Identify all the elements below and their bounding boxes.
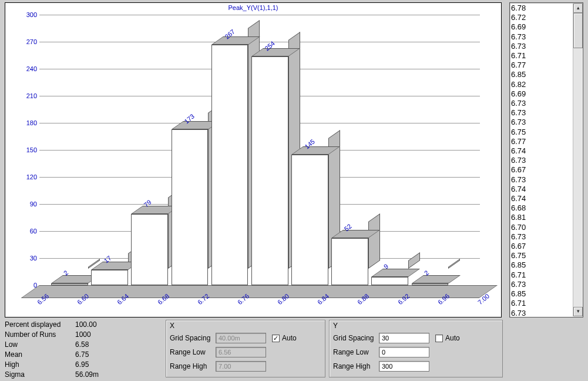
y-auto-checkbox[interactable] [435, 335, 443, 342]
list-item[interactable]: 6.85 [511, 70, 582, 79]
histogram-bar: 79 [131, 206, 168, 285]
x-axis-panel: X Grid Spacing ✓ Auto Range Low Range Hi… [166, 320, 325, 377]
x-auto-label: Auto [282, 334, 297, 342]
x-range-low-label: Range Low [170, 348, 216, 356]
y-tick-label: 90 [21, 200, 37, 208]
scroll-down-button[interactable]: ▾ [573, 307, 583, 316]
chart-title: Peak_Y(V(1),1,1) [5, 4, 501, 11]
scroll-thumb[interactable] [573, 13, 583, 48]
list-item[interactable]: 6.68 [511, 203, 582, 213]
y-range-low-label: Range Low [333, 348, 379, 356]
y-axis-panel: Y Grid Spacing Auto Range Low Range High [329, 320, 503, 377]
chart-floor [21, 285, 498, 298]
y-tick-label: 60 [21, 228, 37, 235]
list-item[interactable]: 6.82 [511, 80, 582, 89]
histogram-bar: 9 [371, 269, 408, 285]
list-item[interactable]: 6.71 [511, 270, 582, 280]
list-item[interactable]: 6.73 [511, 42, 582, 51]
sigma-label: Sigma [5, 370, 75, 380]
list-item[interactable]: 6.74 [511, 194, 582, 203]
y-tick-label: 240 [21, 65, 37, 72]
y-tick-label: 0 [21, 282, 37, 289]
y-tick-label: 150 [21, 146, 37, 153]
list-item[interactable]: 6.73 [511, 175, 582, 185]
mean-value: 6.75 [75, 350, 89, 360]
list-item[interactable]: 6.71 [511, 51, 582, 61]
x-auto-checkbox[interactable]: ✓ [272, 335, 280, 342]
y-auto-label: Auto [445, 334, 460, 342]
list-item[interactable]: 6.69 [511, 22, 582, 32]
list-item[interactable]: 6.73 [511, 232, 582, 242]
sigma-value: 56.09m [75, 370, 99, 380]
low-label: Low [5, 340, 75, 350]
list-item[interactable]: 6.73 [511, 32, 582, 42]
list-item[interactable]: 6.75 [511, 251, 582, 260]
histogram-bar: 145 [291, 146, 328, 285]
histogram-bar: 2 [412, 275, 449, 285]
list-item[interactable]: 6.69 [511, 89, 582, 99]
list-item[interactable]: 6.71 [511, 299, 582, 308]
scrollbar[interactable]: ▴ ▾ [573, 4, 582, 316]
y-range-high-label: Range High [333, 362, 379, 370]
y-range-high-input[interactable] [379, 361, 429, 372]
num-runs-label: Number of Runs [5, 330, 75, 340]
list-item[interactable]: 6.67 [511, 165, 582, 175]
list-item[interactable]: 6.81 [511, 213, 582, 222]
high-label: High [5, 360, 75, 370]
list-item[interactable]: 6.73 [511, 99, 582, 108]
y-grid-spacing-label: Grid Spacing [333, 334, 379, 342]
x-range-high-input[interactable] [216, 361, 266, 372]
list-item[interactable]: 6.74 [511, 185, 582, 194]
y-tick-label: 210 [21, 92, 37, 99]
percent-displayed-label: Percent displayed [5, 320, 75, 330]
histogram-bar: 267 [211, 36, 248, 285]
mean-label: Mean [5, 350, 75, 360]
list-item[interactable]: 6.73 [511, 280, 582, 289]
list-item[interactable]: 6.85 [511, 289, 582, 299]
list-item[interactable]: 6.73 [511, 108, 582, 118]
list-item[interactable]: 6.67 [511, 242, 582, 251]
histogram-bar: 254 [251, 48, 288, 285]
histogram-bar: 52 [331, 230, 368, 285]
x-grid-spacing-input[interactable] [216, 333, 266, 343]
y-tick-label: 300 [21, 11, 37, 18]
list-item[interactable]: 6.70 [511, 223, 582, 232]
histogram-bar: 173 [172, 121, 209, 285]
grid-line [39, 42, 480, 42]
y-panel-title: Y [333, 322, 499, 330]
y-tick-label: 30 [21, 255, 37, 262]
high-value: 6.95 [75, 360, 89, 370]
y-range-low-input[interactable] [379, 347, 429, 357]
list-item[interactable]: 6.75 [511, 128, 582, 137]
grid-line [39, 15, 480, 15]
stats-panel: Percent displayed 100.00 Number of Runs … [5, 320, 163, 380]
y-tick-label: 270 [21, 38, 37, 45]
x-range-high-label: Range High [170, 362, 216, 370]
y-tick-label: 180 [21, 119, 37, 126]
list-item[interactable]: 6.85 [511, 260, 582, 270]
list-item[interactable]: 6.77 [511, 137, 582, 146]
list-item[interactable]: 6.77 [511, 61, 582, 70]
list-item[interactable]: 6.72 [511, 13, 582, 22]
x-grid-spacing-label: Grid Spacing [170, 334, 216, 342]
histogram-chart: Peak_Y(V(1),1,1) 03060901201501802102402… [5, 2, 502, 317]
low-value: 6.58 [75, 340, 89, 350]
plot-area: 03060901201501802102402703006.566.606.64… [39, 15, 498, 298]
histogram-bar: 2 [51, 275, 88, 285]
list-item[interactable]: 6.73 [511, 118, 582, 127]
histogram-bar: 17 [91, 262, 128, 285]
list-item[interactable]: 6.78 [511, 4, 582, 13]
list-item[interactable]: 6.74 [511, 146, 582, 156]
list-item[interactable]: 6.73 [511, 309, 582, 318]
y-tick-label: 120 [21, 173, 37, 181]
x-panel-title: X [170, 322, 321, 330]
data-list[interactable]: 6.786.726.696.736.736.716.776.856.826.69… [509, 2, 583, 317]
x-range-low-input[interactable] [216, 347, 266, 357]
y-grid-spacing-input[interactable] [379, 333, 429, 343]
list-item[interactable]: 6.73 [511, 156, 582, 165]
scroll-up-button[interactable]: ▴ [573, 4, 583, 13]
num-runs-value: 1000 [75, 330, 91, 340]
percent-displayed-value: 100.00 [75, 320, 97, 330]
